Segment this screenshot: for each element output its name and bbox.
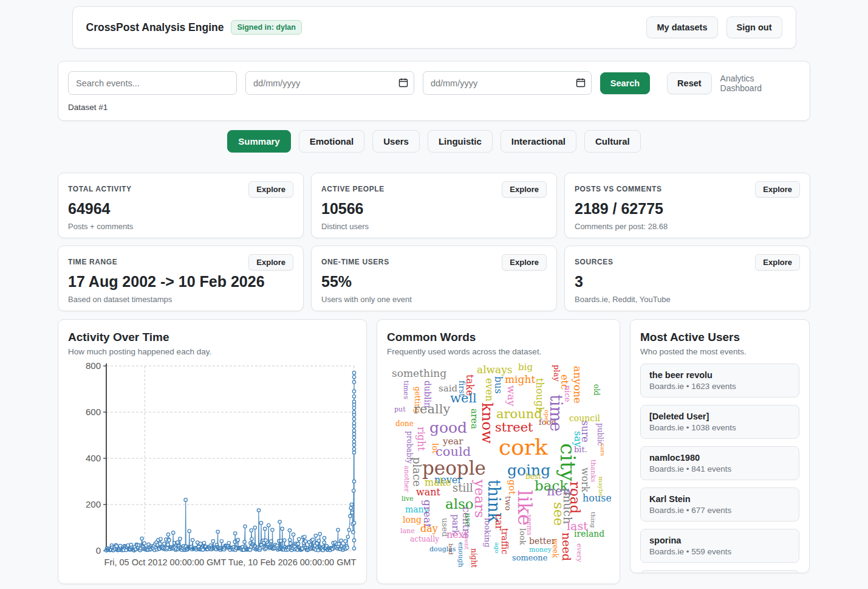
user-list-item[interactable]: sporinaBoards.ie • 559 events: [640, 529, 799, 563]
word-cloud-subtitle: Frequently used words across the dataset…: [387, 347, 610, 356]
filter-bar: Search Reset Analytics Dashboard Dataset…: [58, 61, 810, 121]
analytics-dashboard-label: Analytics Dashboard: [720, 74, 800, 93]
cloud-word: thing: [590, 512, 596, 528]
svg-text:200: 200: [86, 499, 101, 509]
cloud-word: time: [548, 394, 564, 432]
activity-chart-svg: 0200400600800Fri, 05 Oct 2012 00:00:00 G…: [68, 360, 358, 569]
tab-cultural[interactable]: Cultural: [584, 130, 641, 153]
stat-label: SOURCES: [575, 254, 613, 266]
cloud-word: still: [453, 483, 473, 493]
cloud-word: could: [436, 446, 471, 458]
date-to-input[interactable]: [423, 71, 592, 95]
date-from-input[interactable]: [245, 71, 414, 95]
tab-summary[interactable]: Summary: [227, 130, 290, 153]
cloud-word: years: [473, 480, 486, 518]
cloud-word: money: [529, 547, 552, 553]
cloud-word: good: [429, 421, 467, 435]
explore-button[interactable]: Explore: [248, 181, 293, 198]
date-from-field[interactable]: [245, 71, 414, 95]
cloud-word: might: [505, 374, 535, 384]
signed-in-badge: Signed in: dylan: [231, 20, 302, 35]
cloud-word: night: [470, 548, 477, 568]
cloud-word: old: [593, 384, 600, 396]
explore-button[interactable]: Explore: [502, 254, 547, 270]
cloud-word: bit.: [574, 446, 587, 453]
cloud-word: actually: [410, 536, 439, 543]
cloud-word: want: [416, 487, 440, 497]
tab-users[interactable]: Users: [372, 130, 420, 153]
dataset-label: Dataset #1: [68, 103, 800, 112]
user-meta: Boards.ie • 841 events: [649, 464, 790, 474]
user-meta: Boards.ie • 1623 events: [649, 382, 790, 391]
stat-card-one-time-users: ONE-TIME USERSExplore55%Users with only …: [311, 246, 557, 311]
my-datasets-button[interactable]: My datasets: [646, 16, 717, 38]
svg-text:600: 600: [86, 407, 101, 417]
stat-value: 10566: [321, 200, 547, 218]
cloud-word: someone: [512, 554, 547, 562]
cloud-word: big: [518, 363, 533, 371]
calendar-icon[interactable]: [576, 78, 586, 88]
stat-subtext: Posts + comments: [68, 222, 293, 231]
explore-button[interactable]: Explore: [502, 181, 547, 198]
search-input[interactable]: [68, 71, 237, 95]
user-name: the beer revolu: [649, 370, 790, 380]
most-active-users-panel: Most Active Users Who posted the most ev…: [630, 319, 810, 573]
cloud-word: really: [414, 404, 450, 416]
active-users-title: Most Active Users: [640, 331, 799, 344]
cloud-word: around: [496, 408, 542, 421]
active-users-subtitle: Who posted the most events.: [640, 347, 799, 356]
sign-out-button[interactable]: Sign out: [726, 16, 782, 38]
reset-button[interactable]: Reset: [667, 72, 712, 94]
stat-card-total-activity: TOTAL ACTIVITYExplore64964Posts + commen…: [58, 173, 304, 238]
cloud-word: area: [470, 408, 479, 429]
cloud-word: another: [403, 466, 409, 492]
search-button[interactable]: Search: [600, 72, 650, 94]
cloud-word: ago: [494, 542, 501, 553]
stat-card-posts-vs-comments: POSTS VS COMMENTSExplore2189 / 62775Comm…: [564, 173, 810, 238]
tab-interactional[interactable]: Interactional: [501, 130, 576, 153]
user-list-item[interactable]: the beer revoluBoards.ie • 1623 events: [640, 363, 799, 398]
user-meta: Boards.ie • 677 events: [649, 506, 790, 515]
cloud-word: day: [420, 524, 438, 533]
user-list-item[interactable]: namloc1980Boards.ie • 841 events: [640, 446, 799, 480]
word-cloud: somethingalwaysbigmighttakeevenbuswaytho…: [387, 361, 611, 568]
cloud-word: put: [394, 407, 406, 413]
stat-card-active-people: ACTIVE PEOPLEExplore10566Distinct users: [311, 173, 557, 238]
cloud-word: make: [425, 478, 451, 487]
cloud-word: well: [450, 393, 477, 405]
user-name: namloc1980: [649, 453, 790, 463]
user-list-item[interactable]: [Deleted User]Boards.ie • 1038 events: [640, 405, 799, 439]
user-name: [Deleted User]: [649, 412, 790, 421]
stat-subtext: Comments per post: 28.68: [575, 222, 800, 231]
cloud-word: way: [507, 385, 516, 406]
date-to-field[interactable]: [423, 71, 592, 95]
cloud-word: use: [464, 513, 471, 526]
cloud-word: ireland: [574, 530, 604, 538]
app-header: CrossPost Analysis Engine Signed in: dyl…: [72, 6, 796, 49]
cloud-word: long: [403, 516, 422, 524]
user-list-item[interactable]: Karl SteinBoards.ie • 677 events: [640, 487, 799, 522]
stat-label: ONE-TIME USERS: [321, 254, 389, 266]
charts-row: Activity Over Time How much posting happ…: [58, 319, 810, 584]
stats-grid: TOTAL ACTIVITYExplore64964Posts + commen…: [58, 173, 810, 311]
cloud-word: live: [402, 496, 414, 502]
user-name: Karl Stein: [649, 494, 790, 504]
cloud-word: look: [519, 528, 526, 545]
tab-emotional[interactable]: Emotional: [299, 130, 365, 153]
explore-button[interactable]: Explore: [755, 181, 800, 198]
user-list-item[interactable]: corks finestBoards.ie • 533 events: [640, 570, 799, 573]
explore-button[interactable]: Explore: [248, 254, 293, 270]
cloud-word: lot: [431, 443, 439, 453]
cloud-word: week: [552, 539, 558, 558]
cloud-word: see: [552, 502, 565, 526]
app-title: CrossPost Analysis Engine: [86, 21, 224, 34]
cloud-word: right: [417, 427, 426, 451]
stat-subtext: Users with only one event: [321, 295, 547, 304]
calendar-icon[interactable]: [398, 78, 408, 88]
stat-subtext: Boards.ie, Reddit, YouTube: [575, 295, 800, 304]
cloud-word: know: [480, 402, 494, 444]
tab-linguistic[interactable]: Linguistic: [428, 130, 493, 153]
cloud-word: every: [576, 543, 582, 562]
cloud-word: open: [544, 410, 550, 425]
explore-button[interactable]: Explore: [755, 254, 800, 270]
